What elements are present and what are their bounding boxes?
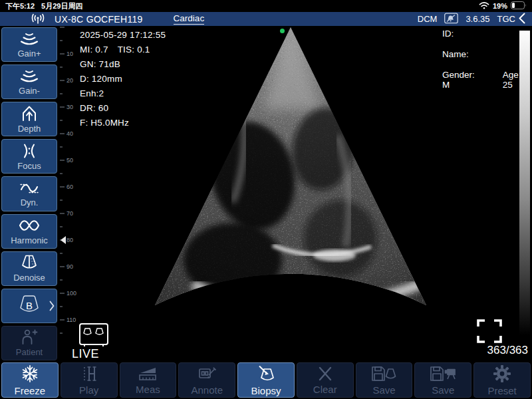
svg-text:110: 110 (66, 317, 76, 323)
antenna-icon (31, 13, 45, 25)
app-version: 3.6.35 (466, 14, 489, 24)
denoise-fan-icon (19, 254, 39, 271)
svg-text:90: 90 (66, 263, 73, 270)
save-image-icon (371, 365, 398, 382)
denoise-button[interactable]: Denoise (1, 251, 57, 286)
dynamic-range-value: DR: 60 (80, 101, 166, 116)
svg-text:10: 10 (66, 51, 73, 57)
b-mode-fan-icon: B (15, 294, 44, 318)
play-button[interactable]: Play (61, 362, 118, 398)
clear-button[interactable]: Clear (297, 362, 354, 398)
tgc-label: TGC (497, 14, 515, 24)
svg-text:60: 60 (66, 184, 73, 190)
exam-preset-link[interactable]: Cardiac (174, 13, 205, 25)
svg-text:40: 40 (66, 130, 73, 137)
svg-text:30: 30 (66, 104, 73, 110)
svg-text:100: 100 (66, 290, 76, 297)
dynamic-range-button[interactable]: Dyn. (1, 176, 57, 211)
patient-info: ID: Name: Gender: M Age: 25 (442, 29, 532, 100)
fullscreen-icon[interactable] (476, 319, 503, 346)
mi-value: MI: 0.7 (80, 45, 108, 55)
bottom-toolbar: Freeze Play Meas Annote (0, 361, 532, 399)
frame-counter: 363/363 (487, 344, 528, 357)
gain-value: GN: 71dB (80, 57, 166, 72)
device-name: UX-8C GOCFEH119 (55, 14, 143, 25)
biopsy-needle-icon (256, 364, 276, 383)
depth-value: D: 120mm (80, 72, 166, 86)
patient-name: Name: (442, 49, 532, 59)
depth-button[interactable]: Depth (1, 102, 57, 136)
save-image-button[interactable]: Save (356, 362, 413, 398)
dcm-label[interactable]: DCM (418, 14, 438, 24)
preset-button[interactable]: Preset (473, 362, 531, 398)
image-display-area: 10 20 30 40 50 60 70 80 90 100 110 2025-… (59, 26, 532, 361)
focus-marker-icon (61, 236, 66, 244)
dcm-sound-icon[interactable] (444, 13, 458, 26)
tgc-button[interactable]: TGC (497, 13, 525, 26)
live-status-label: LIVE (72, 347, 99, 361)
status-bar: 下午5:12 5月29日周四 19% (0, 0, 532, 12)
save-video-button[interactable]: Save (414, 362, 471, 398)
chevron-right-icon (49, 301, 55, 311)
save-video-icon (430, 365, 456, 382)
snowflake-icon (21, 364, 39, 383)
battery-icon (511, 1, 527, 11)
acquisition-datetime: 2025-05-29 17:12:55 (80, 28, 166, 43)
gain-plus-button[interactable]: Gain+ (1, 27, 57, 62)
freeze-button[interactable]: Freeze (1, 362, 59, 398)
frequency-value: F: H5.0MHz (80, 116, 166, 130)
gain-plus-icon (19, 31, 39, 47)
biopsy-button[interactable]: Biopsy (237, 362, 295, 398)
patient-person-icon (20, 329, 39, 346)
left-control-panel: Gain+ Gain- Depth Focus (0, 26, 59, 361)
svg-text:B: B (26, 300, 33, 311)
wifi-icon (479, 1, 489, 11)
focus-icon (21, 142, 38, 160)
gear-icon (493, 364, 511, 383)
meas-button[interactable]: Meas (120, 362, 177, 398)
probe-orientation-dot (280, 29, 285, 33)
focus-button[interactable]: Focus (1, 139, 57, 174)
annotation-pencil-icon (197, 365, 217, 382)
tgc-chevron-left-icon (519, 13, 525, 26)
battery-percent: 19% (493, 2, 507, 10)
dynamic-range-icon (19, 180, 40, 196)
harmonic-button[interactable]: Harmonic (1, 214, 57, 249)
clock-date: 5月29日周四 (41, 1, 82, 11)
clear-x-icon (317, 366, 333, 382)
harmonic-waves-icon (18, 217, 41, 234)
b-mode-button[interactable]: B (1, 289, 57, 323)
tis-value: TIS: 0.1 (118, 45, 150, 55)
gain-minus-icon (19, 68, 39, 84)
svg-text:70: 70 (66, 210, 73, 217)
svg-text:80: 80 (66, 237, 73, 243)
enhance-value: Enh:2 (80, 86, 166, 101)
filmstrip-icon (80, 365, 98, 382)
patient-id: ID: (442, 29, 532, 39)
ruler-measure-icon (137, 366, 158, 382)
probe-pair-icon[interactable] (78, 323, 109, 350)
svg-text:20: 20 (66, 77, 73, 84)
clock-time: 下午5:12 (5, 1, 35, 11)
svg-text:50: 50 (66, 157, 73, 164)
depth-ruler: 10 20 30 40 50 60 70 80 90 100 110 (60, 26, 80, 361)
grayscale-bar (519, 31, 530, 335)
gain-minus-button[interactable]: Gain- (1, 65, 57, 99)
depth-arrow-icon (21, 105, 38, 122)
image-parameters: 2025-05-29 17:12:55 MI: 0.7TIS: 0.1 GN: … (80, 28, 166, 130)
annote-button[interactable]: Annote (178, 362, 235, 398)
app-header: UX-8C GOCFEH119 Cardiac DCM 3.6.35 TGC (0, 12, 532, 26)
patient-button[interactable]: Patient (1, 326, 57, 360)
patient-gender: Gender: M (442, 70, 483, 90)
